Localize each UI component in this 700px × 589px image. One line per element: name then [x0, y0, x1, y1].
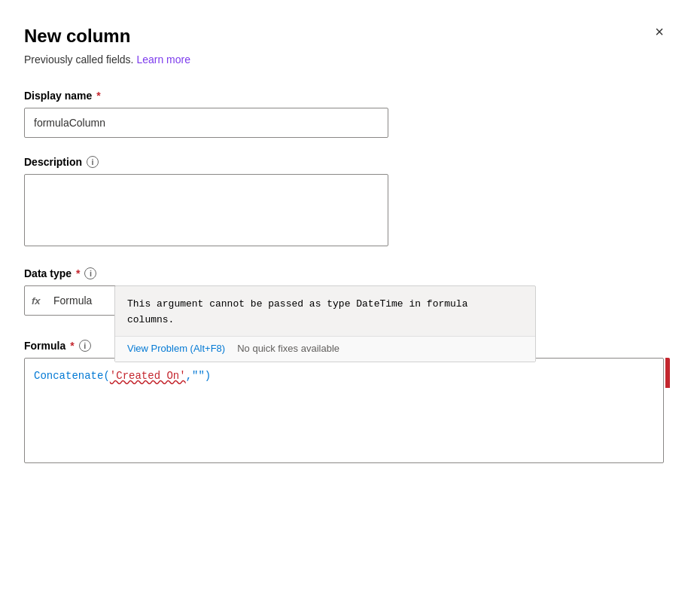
display-name-input[interactable]: [24, 108, 388, 138]
formula-info-icon[interactable]: i: [79, 340, 91, 352]
description-label: Description i: [24, 156, 670, 168]
description-info-icon[interactable]: i: [87, 156, 99, 168]
formula-string: 'Created On': [110, 370, 186, 382]
formula-error-bar: [665, 358, 670, 388]
data-type-required: *: [76, 267, 80, 279]
formula-function: Concatenate(: [34, 370, 110, 382]
subtitle-text: Previously called fields. Learn more: [24, 53, 670, 66]
description-input[interactable]: [24, 174, 388, 246]
tooltip-box: This argument cannot be passed as type D…: [114, 285, 536, 362]
panel-header: New column ×: [24, 24, 670, 47]
no-fix-label: No quick fixes available: [237, 343, 339, 354]
tooltip-actions: View Problem (Alt+F8) No quick fixes ava…: [115, 336, 535, 362]
formula-rest: ,""): [186, 370, 212, 382]
display-name-label: Display name *: [24, 90, 670, 102]
learn-more-link[interactable]: Learn more: [136, 53, 190, 66]
display-name-group: Display name *: [24, 90, 670, 138]
new-column-panel: New column × Previously called fields. L…: [0, 0, 700, 589]
data-type-info-icon[interactable]: i: [84, 267, 96, 279]
formula-required: *: [70, 340, 74, 352]
data-type-label: Data type * i: [24, 267, 670, 279]
formula-editor[interactable]: Concatenate('Created On',""): [24, 358, 664, 463]
display-name-required: *: [96, 90, 100, 102]
panel-title: New column: [24, 24, 130, 47]
data-type-group: Data type * i fx This argument cannot be…: [24, 267, 670, 316]
close-button[interactable]: ×: [649, 21, 670, 42]
view-problem-link[interactable]: View Problem (Alt+F8): [127, 343, 225, 354]
formula-editor-wrapper: Concatenate('Created On',""): [24, 358, 670, 463]
tooltip-message: This argument cannot be passed as type D…: [115, 286, 535, 336]
description-group: Description i: [24, 156, 670, 249]
